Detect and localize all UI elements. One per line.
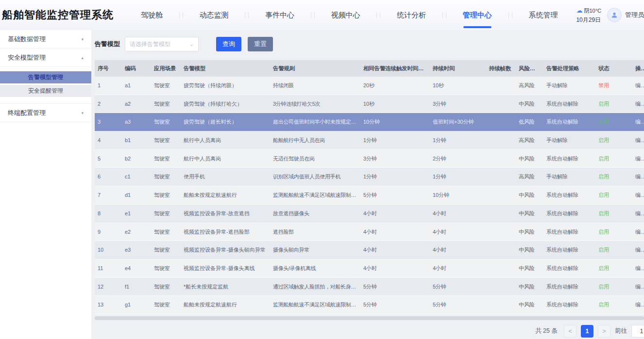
- table-row[interactable]: 8e1驾驶室视频监控设备异常-故意遮挡故意遮挡摄像头4小时4小时中风险系统自动解…: [95, 205, 644, 223]
- cell-code: e4: [122, 259, 151, 277]
- alarm-model-select[interactable]: 请选择告警模型 ⌄: [125, 37, 199, 51]
- sidebar-item-1-0[interactable]: 告警模型管理: [0, 71, 91, 83]
- edit-link[interactable]: 编辑: [632, 150, 644, 168]
- edit-link[interactable]: 编辑: [632, 223, 644, 241]
- top-header: 船舶智能监控管理系统 驾驶舱动态监测事件中心视频中心统计分析管理中心系统管理 ☁…: [0, 0, 644, 30]
- username-label[interactable]: 管理员: [625, 11, 644, 19]
- edit-link[interactable]: 编辑: [632, 259, 644, 277]
- edit-link[interactable]: 编辑: [632, 241, 644, 259]
- edit-link[interactable]: 编辑: [632, 131, 644, 149]
- cell-rule: 监测船舶航速不满足区域航速限制规定: [270, 186, 360, 204]
- cell-interval: 10秒: [360, 95, 430, 113]
- nav-item-1[interactable]: 动态监测: [200, 0, 229, 30]
- cell-no: 1: [95, 77, 122, 95]
- sidebar-group-0[interactable]: 基础数据管理▾: [0, 30, 91, 48]
- edit-link[interactable]: 编辑: [632, 186, 644, 204]
- sidebar-menu: 基础数据管理▾安全模型管理▴告警模型管理安全提醒管理终端配置管理▾: [0, 30, 91, 339]
- sidebar-group-label: 终端配置管理: [8, 109, 46, 117]
- cell-risk: 中风险: [516, 186, 543, 204]
- scrollbar-thumb[interactable]: [95, 316, 644, 320]
- cell-risk: 中风险: [516, 150, 543, 168]
- nav-item-3[interactable]: 视频中心: [331, 0, 360, 30]
- cell-strategy: 手动解除: [543, 131, 595, 149]
- cell-scene: 驾驶室: [151, 113, 181, 131]
- cell-frames: [486, 95, 516, 113]
- cell-code: a3: [122, 113, 151, 131]
- edit-link[interactable]: 编辑: [632, 278, 644, 296]
- table-row[interactable]: 1a1驾驶室疲劳驾驶（持续闭眼）持续闭眼20秒10秒高风险手动解除禁用编辑: [95, 77, 644, 95]
- goto-page-input[interactable]: [631, 325, 644, 338]
- page-number-button[interactable]: 1: [581, 325, 593, 338]
- cell-code: c1: [122, 168, 151, 186]
- sidebar-group-1[interactable]: 安全模型管理▴: [0, 48, 91, 67]
- cell-model: 视频监控设备异常-摄像头离线: [181, 259, 270, 277]
- table-row[interactable]: 3a3驾驶室疲劳驾驶（超长时长）超出公司值班时间半小时未按规定交接10分钟值班时…: [95, 113, 644, 131]
- table-row[interactable]: 11e4驾驶室视频监控设备异常-摄像头离线摄像头/录像机离线4小时4小时中风险系…: [95, 259, 644, 278]
- sidebar-item-1-1[interactable]: 安全提醒管理: [0, 85, 91, 97]
- cell-scene: 驾驶室: [151, 241, 181, 259]
- cell-strategy: 手动解除: [543, 168, 595, 186]
- cell-rule: 无适任驾驶员在岗: [270, 150, 360, 168]
- table-row[interactable]: 9e2驾驶室视频监控设备异常-遮挡脸部遮挡脸部4小时4小时中风险系统自动解除启用…: [95, 223, 644, 242]
- sidebar-group-2[interactable]: 终端配置管理▾: [0, 104, 91, 122]
- cell-no: 6: [95, 168, 122, 186]
- next-page-button[interactable]: >: [598, 325, 610, 338]
- nav-item-6[interactable]: 系统管理: [528, 0, 558, 30]
- cell-code: f1: [122, 278, 151, 296]
- cell-model: 疲劳驾驶（持续闭眼）: [181, 77, 270, 95]
- nav-item-0[interactable]: 驾驶舱: [141, 0, 163, 30]
- nav-item-5[interactable]: 管理中心: [463, 0, 492, 30]
- cell-model: 视频监控设备异常-遮挡脸部: [181, 223, 270, 241]
- status-badge: 启用: [595, 95, 632, 113]
- table-row[interactable]: 4b1驾驶室航行中人员离岗船舶航行中无人员在岗1分钟1分钟高风险手动解除启用编辑: [95, 131, 644, 150]
- edit-link[interactable]: 编辑: [632, 205, 644, 223]
- search-button[interactable]: 查询: [216, 37, 241, 51]
- cell-rule: 3分钟连续打哈欠5次: [270, 95, 360, 113]
- status-badge: 启用: [595, 278, 632, 296]
- cell-duration: 1分钟: [430, 131, 486, 149]
- table-row[interactable]: 6c1驾驶室使用手机识别区域内值班人员使用手机1分钟1分钟高风险手动解除启用编辑: [95, 168, 644, 186]
- cell-no: 10: [95, 241, 122, 259]
- cell-interval: 3分钟: [360, 150, 430, 168]
- table-row[interactable]: 10e3驾驶室视频监控设备异常-摄像头朝向异常摄像头朝向异常4小时4小时中风险系…: [95, 241, 644, 259]
- prev-page-button[interactable]: <: [564, 325, 576, 338]
- cell-duration: 2分钟: [430, 150, 486, 168]
- alarm-model-table: 序号编码应用场景告警模型告警规则相同告警连续触发时间间隔持续时间持续帧数风险等级…: [95, 60, 644, 314]
- table-body: 1a1驾驶室疲劳驾驶（持续闭眼）持续闭眼20秒10秒高风险手动解除禁用编辑2a2…: [95, 77, 644, 314]
- status-badge: 启用: [595, 205, 632, 223]
- chevron-down-icon: ⌄: [189, 41, 194, 48]
- cell-scene: 驾驶室: [151, 223, 181, 241]
- cell-strategy: 系统自动解除: [543, 186, 595, 204]
- user-icon: [610, 11, 618, 19]
- table-row[interactable]: 7d1驾驶室船舶未按规定航速航行监测船舶航速不满足区域航速限制规定5分钟10分钟…: [95, 186, 644, 205]
- cell-duration: 4小时: [430, 223, 486, 241]
- cell-strategy: 系统自动解除: [543, 259, 595, 277]
- table-row[interactable]: 12f1驾驶室*船长未按规定监航通过区域触发人脸抓拍，对船长身份...5分钟5分…: [95, 278, 644, 296]
- cell-code: b1: [122, 131, 151, 149]
- chevron-down-icon: ▾: [81, 37, 84, 42]
- reset-button[interactable]: 重置: [248, 37, 273, 51]
- table-row[interactable]: 13g1驾驶室船舶未按规定航速航行监测船舶航速不满足区域航速限制规定5分钟5分钟…: [95, 296, 644, 314]
- cell-frames: [486, 131, 516, 149]
- cell-strategy: 系统自动解除: [543, 113, 595, 131]
- cell-duration: 4小时: [430, 241, 486, 259]
- column-header-11: 操作: [632, 60, 644, 77]
- edit-link[interactable]: 编辑: [632, 113, 644, 131]
- edit-link[interactable]: 编辑: [632, 95, 644, 113]
- status-badge: 启用: [595, 259, 632, 277]
- cell-no: 12: [95, 278, 122, 296]
- edit-link[interactable]: 编辑: [632, 296, 644, 314]
- cell-duration: 5分钟: [430, 296, 486, 314]
- nav-item-2[interactable]: 事件中心: [265, 0, 294, 30]
- status-badge: 禁用: [595, 77, 632, 95]
- cell-no: 8: [95, 205, 122, 223]
- nav-item-4[interactable]: 统计分析: [397, 0, 426, 30]
- edit-link[interactable]: 编辑: [632, 168, 644, 186]
- table-row[interactable]: 5b2驾驶室航行中人员离岗无适任驾驶员在岗3分钟2分钟中风险系统自动解除启用编辑: [95, 150, 644, 168]
- cell-no: 7: [95, 186, 122, 204]
- user-avatar[interactable]: [607, 8, 622, 22]
- horizontal-scrollbar[interactable]: [95, 316, 644, 320]
- cell-strategy: 系统自动解除: [543, 150, 595, 168]
- edit-link[interactable]: 编辑: [632, 77, 644, 95]
- table-row[interactable]: 2a2驾驶室疲劳驾驶（持续打哈欠）3分钟连续打哈欠5次10秒3分钟中风险系统自动…: [95, 95, 644, 113]
